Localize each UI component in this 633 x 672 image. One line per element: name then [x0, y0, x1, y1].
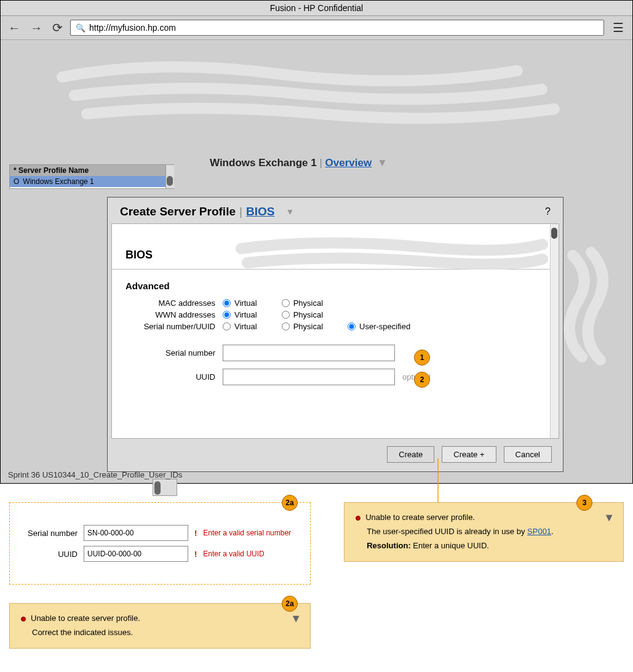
- create-profile-dialog: Create Server Profile | BIOS ▼ ? BIOS Ad…: [107, 197, 563, 472]
- snuuid-physical-radio[interactable]: Physical: [282, 322, 323, 331]
- address-bar[interactable]: 🔍: [70, 20, 604, 36]
- url-input[interactable]: [89, 23, 599, 33]
- forward-icon[interactable]: →: [28, 21, 45, 35]
- annotation-area: 2a Serial number ! Enter a valid serial …: [0, 484, 633, 661]
- mac-label: MAC addresses: [112, 298, 223, 308]
- status-indicator: O: [14, 177, 19, 186]
- error-icon: !: [194, 529, 197, 538]
- uuid-label: UUID: [112, 372, 223, 382]
- dialog-header: Create Server Profile | BIOS ▼ ?: [108, 198, 563, 223]
- warn-title: Unable to create server profile.: [31, 614, 140, 623]
- warn-body: Correct the indicated issues.: [32, 628, 299, 637]
- back-icon[interactable]: ←: [6, 21, 23, 35]
- callout-2: 2: [414, 372, 430, 388]
- window-title: Fusion - HP Confidential: [1, 1, 632, 16]
- snuuid-virtual-radio[interactable]: Virtual: [223, 322, 257, 331]
- warning-box-2a: 2a ▼ Unable to create server profile. Co…: [9, 603, 311, 649]
- warn-resolution: Resolution: Enter a unique UUID.: [367, 541, 612, 550]
- uuid-input[interactable]: [223, 369, 395, 385]
- dialog-title: Create Server Profile: [120, 205, 236, 218]
- dialog-body: BIOS Advanced MAC addresses Virtual Phys…: [111, 223, 559, 439]
- chevron-down-icon[interactable]: ▼: [603, 511, 615, 524]
- chevron-down-icon[interactable]: ▼: [285, 207, 294, 217]
- dialog-section-link[interactable]: BIOS: [246, 205, 274, 218]
- wwn-physical-radio[interactable]: Physical: [282, 310, 323, 319]
- sidebar-header: * Server Profile Name: [10, 165, 173, 176]
- sidebar: * Server Profile Name O Windows Exchange…: [9, 164, 174, 189]
- browser-toolbar: ← → ⟳ 🔍 ☰: [1, 16, 632, 40]
- profile-name: Windows Exchange 1: [210, 157, 317, 169]
- serial-input[interactable]: [223, 345, 395, 361]
- wwn-virtual-radio[interactable]: Virtual: [223, 310, 257, 319]
- sidebar-item-profile[interactable]: O Windows Exchange 1: [10, 176, 173, 187]
- cancel-button[interactable]: Cancel: [504, 446, 552, 463]
- mac-physical-radio[interactable]: Physical: [282, 298, 323, 308]
- overview-link[interactable]: Overview: [325, 157, 372, 169]
- app-canvas: Windows Exchange 1 | Overview ▼ * Server…: [1, 40, 632, 483]
- sketch-decoration: [38, 52, 591, 145]
- snuuid-user-radio[interactable]: User-specified: [348, 322, 410, 331]
- uuid-input-error[interactable]: [84, 546, 188, 562]
- serial-label: Serial number: [16, 529, 84, 538]
- callout-1: 1: [414, 350, 430, 366]
- warning-box-3: 3 ▼ Unable to create server profile. The…: [344, 502, 624, 562]
- sidebar-item-label: Windows Exchange 1: [23, 177, 94, 186]
- scrollbar[interactable]: [550, 224, 559, 438]
- sprint-label: Sprint 36 US10344_10_Create_Profile_User…: [8, 470, 182, 479]
- serial-error-text: Enter a valid serial number: [203, 529, 291, 537]
- callout-2a: 2a: [282, 596, 298, 612]
- uuid-label: UUID: [16, 550, 84, 559]
- sketch-decoration: [557, 243, 633, 372]
- hamburger-icon[interactable]: ☰: [609, 20, 627, 35]
- create-button[interactable]: Create: [387, 446, 434, 463]
- serial-label: Serial number: [112, 348, 223, 358]
- scrollbar-thumb[interactable]: [167, 176, 173, 186]
- create-plus-button[interactable]: Create +: [442, 446, 496, 463]
- bios-heading: BIOS: [112, 224, 559, 269]
- help-icon[interactable]: ?: [545, 206, 551, 217]
- serial-uuid-label: Serial number/UUID: [112, 322, 223, 331]
- chevron-down-icon[interactable]: ▼: [290, 612, 301, 625]
- error-bullet-icon: [21, 617, 26, 622]
- callout-3: 3: [576, 495, 592, 511]
- page-title: Windows Exchange 1 | Overview ▼: [210, 157, 388, 169]
- error-bullet-icon: [356, 516, 360, 521]
- warn-body: The user-specified UUID is already in us…: [367, 527, 612, 536]
- reload-icon[interactable]: ⟳: [50, 20, 65, 35]
- callout-2a: 2a: [282, 495, 298, 511]
- search-icon: 🔍: [76, 23, 86, 33]
- warn-title: Unable to create server profile.: [365, 513, 475, 522]
- mac-virtual-radio[interactable]: Virtual: [223, 298, 257, 308]
- validation-example: 2a Serial number ! Enter a valid serial …: [9, 502, 311, 585]
- browser-window: Fusion - HP Confidential ← → ⟳ 🔍 ☰ Windo…: [0, 0, 633, 484]
- profile-link[interactable]: SP001: [527, 527, 551, 536]
- error-icon: !: [194, 550, 197, 559]
- serial-input-error[interactable]: [84, 525, 188, 541]
- chevron-down-icon[interactable]: ▼: [377, 157, 388, 169]
- dialog-footer: Create Create + Cancel: [108, 439, 563, 471]
- wwn-label: WWN addresses: [112, 310, 223, 319]
- scrollbar-thumb[interactable]: [551, 228, 557, 239]
- advanced-heading: Advanced: [112, 270, 559, 297]
- scrollbar[interactable]: [165, 165, 174, 188]
- uuid-error-text: Enter a valid UUID: [203, 550, 264, 558]
